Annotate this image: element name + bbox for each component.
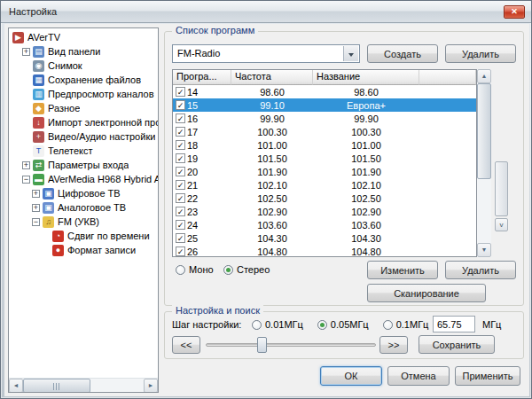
edit-button[interactable]: Изменить [367, 261, 438, 279]
tree-item[interactable]: +Видео/Аудио настройки [9, 129, 158, 144]
table-row[interactable]: ✓19101.50101.50 [173, 152, 476, 165]
table-vertical-scrollbar[interactable]: ▲ ▼ [477, 69, 491, 257]
tree-horizontal-scrollbar[interactable]: ◄ ► [9, 378, 158, 392]
program-cell: ✓22 [173, 193, 231, 204]
delete-program-button[interactable]: Удалить [445, 261, 516, 279]
column-header[interactable] [419, 70, 476, 85]
row-checkbox[interactable]: ✓ [176, 127, 185, 137]
close-button[interactable]: ✕ [504, 5, 525, 19]
tree-expander-icon[interactable]: + [32, 204, 40, 212]
table-row[interactable]: ✓21102.10102.10 [173, 178, 476, 192]
tree-item-list: ▶AVerTV+▤Вид панели◉Снимок▦Сохранение фа… [9, 30, 158, 378]
stereo-radio[interactable]: Стерео [223, 263, 270, 276]
tree-item[interactable]: +▤Вид панели [9, 44, 158, 59]
row-checkbox[interactable]: ✓ [176, 246, 185, 256]
tree-expander-icon[interactable]: + [22, 161, 30, 169]
frequency-cell: 102.90 [231, 207, 313, 217]
title-bar[interactable]: Настройка ✕ [1, 1, 531, 23]
tree-item[interactable]: −▬AVerMedia H968 Hybrid Ana [9, 172, 158, 186]
program-table[interactable]: Програ...ЧастотаНазвание ✓1498.6098.60✓1… [172, 69, 477, 257]
row-checkbox[interactable]: ✓ [176, 140, 185, 150]
tree-item[interactable]: ▥Предпросмотр каналов [9, 87, 158, 101]
dialog-body: ▶AVerTV+▤Вид панели◉Снимок▦Сохранение фа… [4, 24, 529, 396]
tree-item[interactable]: +▣Аналоговое ТВ [9, 200, 158, 215]
tree-expander-icon[interactable]: − [32, 218, 40, 226]
program-number: 15 [187, 100, 198, 111]
vertical-scrollbar-thumb[interactable] [477, 83, 491, 179]
row-checkbox[interactable]: ✓ [176, 220, 185, 230]
table-row[interactable]: ✓1699.9099.90 [173, 112, 476, 125]
frequency-cell: 99.90 [231, 113, 313, 124]
tree-item[interactable]: +▣Цифровое ТВ [9, 186, 158, 200]
column-header[interactable]: Частота [231, 70, 313, 85]
program-list-combo[interactable]: FM-Radio [172, 44, 360, 63]
tree-item[interactable]: ◉Снимок [9, 59, 158, 73]
row-checkbox[interactable]: ✓ [176, 153, 185, 163]
ok-button[interactable]: ОК [320, 366, 382, 386]
mono-radio[interactable]: Моно [176, 263, 214, 276]
tree-item[interactable]: ▦Сохранение файлов [9, 73, 158, 87]
apply-button[interactable]: Применить [455, 366, 520, 386]
table-row[interactable]: ✓1498.6098.60 [173, 85, 476, 98]
table-row[interactable]: ✓18101.00101.00 [173, 138, 476, 152]
delete-list-button[interactable]: Удалить [445, 44, 516, 63]
table-row[interactable]: ✓17100.30100.30 [173, 125, 476, 138]
save-button[interactable]: Сохранить [419, 335, 495, 354]
step-radio-1[interactable]: 0.05МГц [317, 318, 369, 331]
row-checkbox[interactable]: ✓ [176, 233, 185, 243]
frequency-slider[interactable] [206, 336, 376, 354]
table-row[interactable]: ✓22102.50102.50 [173, 192, 476, 205]
scroll-right-icon[interactable]: ► [144, 379, 158, 393]
settings-tree[interactable]: ▶AVerTV+▤Вид панели◉Снимок▦Сохранение фа… [8, 27, 159, 393]
frequency-input[interactable] [433, 316, 475, 332]
step-radio-0[interactable]: 0.01МГц [252, 318, 303, 331]
table-row[interactable]: ✓23102.90102.90 [173, 205, 476, 218]
tree-item[interactable]: ↓Импорт электронной прог [9, 115, 158, 129]
scroll-left-icon[interactable]: ◄ [9, 379, 23, 393]
tree-expander-icon[interactable]: + [32, 190, 40, 198]
column-header[interactable]: Програ... [173, 70, 231, 85]
row-checkbox[interactable]: ✓ [176, 180, 185, 190]
name-cell: 103.60 [313, 220, 419, 231]
program-cell: ✓20 [173, 167, 231, 177]
row-checkbox[interactable]: ✓ [176, 207, 185, 216]
tree-item[interactable]: ●Формат записи [9, 243, 158, 257]
seek-down-button[interactable]: << [172, 336, 200, 354]
row-checkbox[interactable]: ✓ [176, 113, 185, 123]
tree-item[interactable]: ◔Сдвиг по времени [9, 229, 158, 243]
slider-thumb[interactable] [257, 337, 267, 353]
scroll-up-icon[interactable]: ▲ [477, 69, 491, 83]
program-cell: ✓15 [173, 100, 231, 111]
tree-item[interactable]: ▶AVerTV [9, 30, 158, 44]
table-row[interactable]: ✓20101.90101.90 [173, 165, 476, 178]
program-number: 24 [187, 220, 198, 231]
table-row[interactable]: ✓24103.60103.60 [173, 218, 476, 231]
tree-expander-icon[interactable]: − [22, 176, 30, 184]
table-row[interactable]: ✓25104.30104.30 [173, 231, 476, 245]
tree-item[interactable]: TТелетекст [9, 144, 158, 158]
move-handle[interactable] [495, 161, 508, 216]
table-row[interactable]: ✓1599.10Европа+ [173, 98, 476, 112]
row-checkbox[interactable]: ✓ [176, 87, 185, 97]
row-checkbox[interactable]: ✓ [176, 100, 185, 110]
tree-item[interactable]: −♫FM (УКВ) [9, 215, 158, 229]
tree-expander-icon[interactable]: + [22, 48, 30, 56]
combo-dropdown-button[interactable] [343, 46, 358, 61]
radio-icon [383, 320, 393, 330]
horizontal-scrollbar-thumb[interactable] [23, 379, 90, 393]
column-header[interactable]: Название [313, 70, 419, 85]
step-radio-2[interactable]: 0.1МГц [383, 318, 429, 331]
av-settings-icon: + [33, 131, 44, 143]
row-checkbox[interactable]: ✓ [176, 193, 185, 203]
row-checkbox[interactable]: ✓ [176, 167, 185, 176]
window-title: Настройка [9, 6, 57, 17]
move-down-button[interactable]: v [495, 218, 508, 231]
scroll-down-icon[interactable]: ▼ [477, 243, 491, 257]
cancel-button[interactable]: Отмена [387, 366, 450, 386]
create-button[interactable]: Создать [367, 44, 438, 63]
seek-up-button[interactable]: >> [379, 336, 408, 354]
table-row[interactable]: ✓26104.80104.80 [173, 245, 476, 257]
scan-button[interactable]: Сканирование [367, 284, 486, 302]
tree-item[interactable]: ◆Разное [9, 101, 158, 115]
tree-item[interactable]: +⇄Параметры входа [9, 158, 158, 172]
